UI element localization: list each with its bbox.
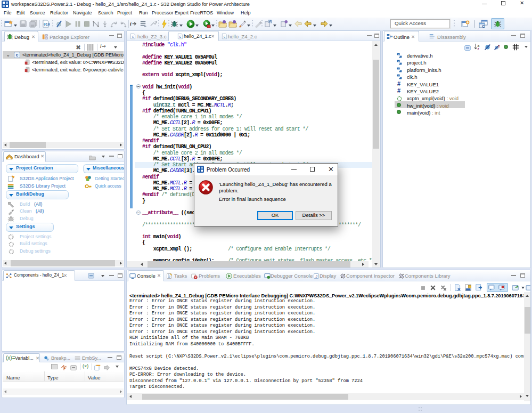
svg-text:010: 010 bbox=[44, 23, 50, 27]
svg-text:J: J bbox=[315, 274, 317, 279]
svg-text:z: z bbox=[478, 47, 479, 51]
svg-text:c: c bbox=[179, 35, 182, 38]
svg-text:i: i bbox=[130, 21, 132, 27]
svg-text:c: c bbox=[132, 35, 134, 38]
svg-text:C: C bbox=[482, 25, 485, 28]
svg-text:s: s bbox=[498, 44, 500, 48]
svg-text:c: c bbox=[224, 35, 226, 38]
svg-text:c: c bbox=[16, 53, 19, 58]
